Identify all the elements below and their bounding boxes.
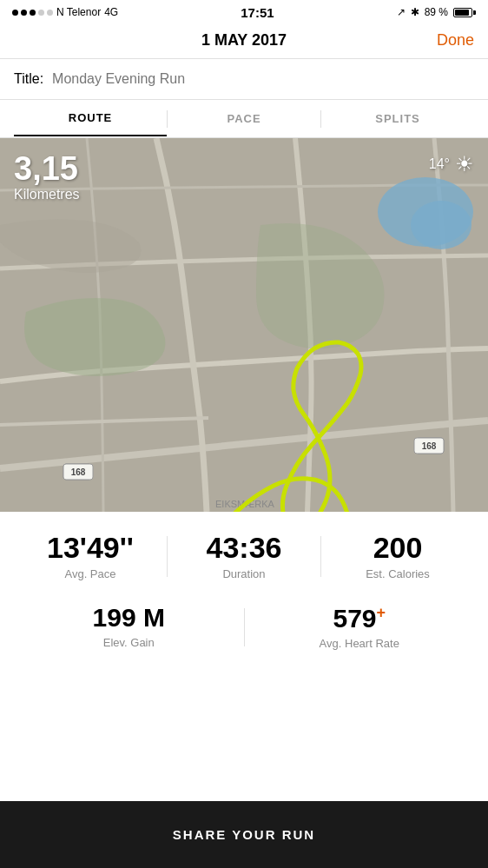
stats-section: 13'49'' Avg. Pace 43:36 Duration 200 Est… — [0, 512, 488, 664]
map-distance-value: 3,15 — [14, 152, 80, 185]
heart-rate-plus: + — [377, 604, 386, 621]
signal-dot-3 — [30, 10, 36, 16]
duration-value: 43:36 — [168, 533, 320, 562]
battery-label: 89 % — [425, 6, 448, 18]
title-label: Title: — [14, 71, 43, 87]
share-button[interactable]: SHARE YOUR RUN — [17, 815, 471, 854]
elevation-value: 199 M — [14, 605, 244, 631]
status-left: N Telenor 4G — [12, 6, 118, 18]
heart-rate-label: Avg. Heart Rate — [245, 637, 475, 650]
status-bar: N Telenor 4G 17:51 ↗ ✱ 89 % — [0, 0, 488, 24]
map-overlay: 3,15 Kilometres 14° ☀ — [0, 138, 488, 512]
avg-pace-label: Avg. Pace — [14, 567, 167, 580]
title-row: Title: — [0, 58, 488, 100]
map-distance-unit: Kilometres — [14, 187, 80, 202]
done-button[interactable]: Done — [431, 31, 474, 50]
status-time: 17:51 — [241, 5, 274, 20]
signal-dot-5 — [47, 10, 53, 16]
elevation-label: Elev. Gain — [14, 636, 244, 649]
location-icon: ↗ — [397, 6, 406, 18]
map-distance-info: 3,15 Kilometres — [14, 152, 80, 202]
heart-rate-stat: 579+ Avg. Heart Rate — [245, 605, 475, 650]
bluetooth-icon: ✱ — [411, 6, 419, 18]
primary-stats-row: 13'49'' Avg. Pace 43:36 Duration 200 Est… — [14, 533, 474, 580]
map-container: EIKSMÆRKA ØSTERÅS Lønnås Legesenter 168 … — [0, 138, 488, 512]
tabs-bar: ROUTE PACE SPLITS — [0, 100, 488, 138]
network-label: 4G — [104, 6, 118, 18]
title-input[interactable] — [52, 71, 474, 87]
signal-dot-2 — [21, 10, 27, 16]
calories-stat: 200 Est. Calories — [321, 533, 474, 580]
duration-label: Duration — [168, 567, 320, 580]
sun-icon: ☀ — [455, 152, 474, 176]
weather-info: 14° ☀ — [429, 152, 474, 176]
status-right: ↗ ✱ 89 % — [397, 6, 476, 18]
spacer — [0, 664, 488, 733]
calories-value: 200 — [321, 533, 474, 562]
avg-pace-value: 13'49'' — [14, 533, 167, 562]
tab-splits[interactable]: SPLITS — [321, 102, 474, 136]
avg-pace-stat: 13'49'' Avg. Pace — [14, 533, 167, 580]
calories-label: Est. Calories — [321, 567, 474, 580]
carrier-label: N Telenor — [56, 6, 101, 18]
header: 1 MAY 2017 Done — [0, 24, 488, 58]
elevation-stat: 199 M Elev. Gain — [14, 605, 244, 649]
heart-rate-value: 579+ — [245, 605, 475, 632]
tab-pace[interactable]: PACE — [168, 102, 320, 136]
secondary-stats-row: 199 M Elev. Gain 579+ Avg. Heart Rate — [14, 598, 474, 650]
battery-icon — [453, 8, 476, 17]
duration-stat: 43:36 Duration — [168, 533, 320, 580]
signal-dot-4 — [38, 10, 44, 16]
share-button-container: SHARE YOUR RUN — [0, 801, 488, 868]
page-title: 1 MAY 2017 — [57, 31, 431, 50]
signal-dot-1 — [12, 10, 18, 16]
temperature-label: 14° — [429, 156, 450, 172]
signal-dots — [12, 10, 53, 16]
tab-route[interactable]: ROUTE — [14, 101, 167, 136]
